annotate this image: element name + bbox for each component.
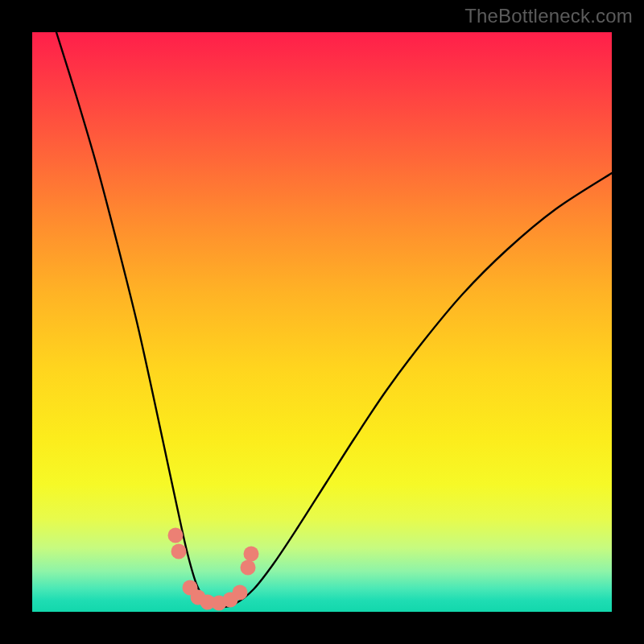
curve-svg [32, 32, 612, 612]
highlight-dot [168, 528, 184, 543]
watermark-text: TheBottleneck.com [464, 5, 633, 27]
highlight-dot [171, 544, 187, 559]
bottleneck-curve [56, 32, 612, 607]
highlight-dot [241, 560, 256, 576]
highlight-dot [244, 547, 259, 562]
highlight-dot [233, 585, 248, 601]
chart-frame: TheBottleneck.com [0, 0, 644, 644]
plot-area [32, 32, 612, 612]
